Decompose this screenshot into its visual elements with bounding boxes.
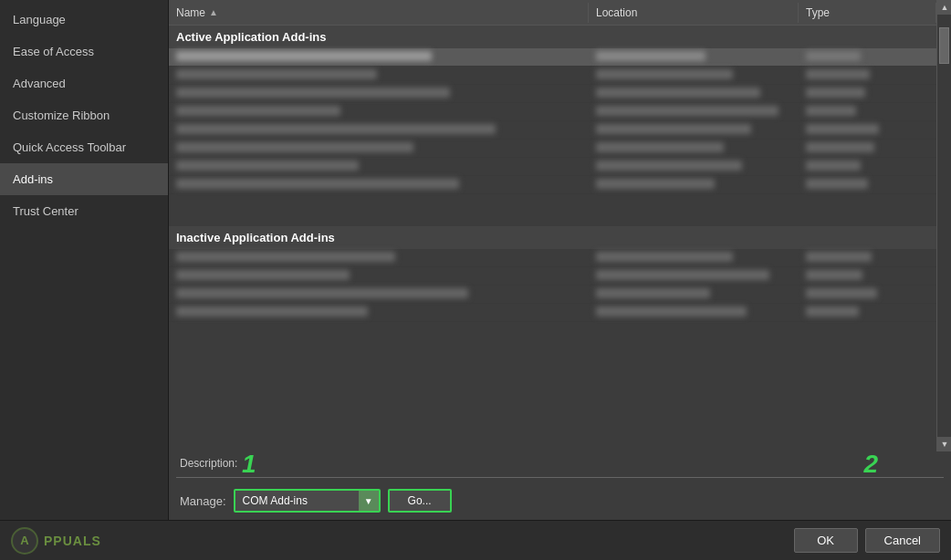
sidebar-item-ease-of-access[interactable]: Ease of Access xyxy=(0,36,168,67)
table-row[interactable] xyxy=(169,67,936,85)
table-row[interactable] xyxy=(169,176,936,194)
table-row[interactable] xyxy=(169,140,936,158)
scroll-down-arrow[interactable]: ▼ xyxy=(937,437,951,451)
table-row[interactable] xyxy=(169,103,936,121)
table-row[interactable] xyxy=(169,121,936,140)
options-dialog: Language Ease of Access Advanced Customi… xyxy=(0,0,951,560)
scrollbar-top: ▲ xyxy=(936,0,951,26)
sidebar-item-advanced[interactable]: Advanced xyxy=(0,67,168,99)
main-content: Name ▲ Location Type ▲ xyxy=(169,0,951,520)
sidebar-item-add-ins[interactable]: Add-ins xyxy=(0,163,168,195)
type-column-header[interactable]: Type xyxy=(799,3,936,23)
sort-arrow-icon: ▲ xyxy=(209,7,218,17)
sidebar: Language Ease of Access Advanced Customi… xyxy=(0,0,169,520)
table-row[interactable] xyxy=(169,48,936,67)
watermark-logo: A xyxy=(11,527,38,555)
sidebar-item-customize-ribbon[interactable]: Customize Ribbon xyxy=(0,99,168,131)
go-button[interactable]: Go... xyxy=(388,489,452,513)
table-header: Name ▲ Location Type xyxy=(169,0,936,26)
watermark: A PPUALS xyxy=(11,527,101,555)
manage-row: Manage: COM Add-insExcel Add-insWord Add… xyxy=(169,483,951,520)
table-row[interactable] xyxy=(169,267,936,285)
sidebar-item-trust-center[interactable]: Trust Center xyxy=(0,195,168,227)
active-section-header: Active Application Add-ins xyxy=(169,26,936,48)
dialog-body: Language Ease of Access Advanced Customi… xyxy=(0,0,951,520)
ok-button[interactable]: OK xyxy=(794,528,858,553)
table-row[interactable] xyxy=(169,304,936,322)
table-row[interactable] xyxy=(169,249,936,267)
inactive-section: Inactive Application Add-ins xyxy=(169,226,936,345)
manage-label: Manage: xyxy=(180,494,226,508)
divider xyxy=(176,477,944,478)
scroll-track xyxy=(937,26,951,437)
content-area: Name ▲ Location Type ▲ xyxy=(169,0,951,520)
scroll-thumb[interactable] xyxy=(939,27,949,64)
sidebar-item-language[interactable]: Language xyxy=(0,4,168,36)
table-row[interactable] xyxy=(169,285,936,304)
cancel-button[interactable]: Cancel xyxy=(865,528,940,553)
table-row[interactable] xyxy=(169,158,936,176)
watermark-text: PPUALS xyxy=(44,534,101,548)
active-section: Active Application Add-ins xyxy=(169,26,936,226)
dialog-footer: A PPUALS OK Cancel xyxy=(0,520,951,560)
manage-row-container: Manage: COM Add-insExcel Add-insWord Add… xyxy=(169,483,951,520)
watermark-area: A PPUALS xyxy=(11,527,787,555)
location-column-header[interactable]: Location xyxy=(589,3,799,23)
scroll-content: Active Application Add-ins xyxy=(169,26,936,451)
table-row[interactable] xyxy=(169,85,936,103)
inactive-section-header: Inactive Application Add-ins xyxy=(169,226,936,249)
description-section: Description: xyxy=(169,451,951,472)
manage-dropdown[interactable]: COM Add-insExcel Add-insWord Add-insSmar… xyxy=(235,491,379,511)
scroll-up-arrow[interactable]: ▲ xyxy=(937,0,951,15)
name-column-header[interactable]: Name ▲ xyxy=(169,3,589,23)
manage-dropdown-wrapper: COM Add-insExcel Add-insWord Add-insSmar… xyxy=(234,489,381,513)
scroll-wrapper: Active Application Add-ins xyxy=(169,26,951,451)
sidebar-item-quick-access-toolbar[interactable]: Quick Access Toolbar xyxy=(0,131,168,163)
right-scrollbar: ▼ xyxy=(936,26,951,451)
